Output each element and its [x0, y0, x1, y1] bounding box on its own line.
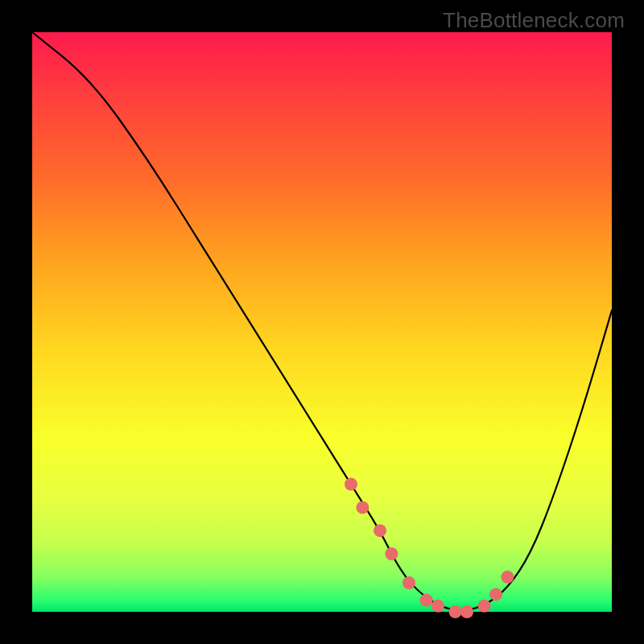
highlight-dot: [489, 588, 502, 601]
highlight-dots-group: [345, 478, 514, 618]
chart-frame: TheBottleneck.com: [0, 0, 644, 644]
highlight-dot: [431, 600, 444, 613]
highlight-dot: [385, 547, 398, 560]
highlight-dot: [501, 571, 514, 584]
highlight-dot: [449, 605, 462, 618]
bottleneck-curve-path: [32, 32, 612, 610]
highlight-dot: [420, 594, 433, 607]
highlight-dot: [478, 600, 491, 613]
curve-layer: [32, 32, 612, 612]
watermark-text: TheBottleneck.com: [443, 8, 625, 33]
highlight-dot: [356, 501, 369, 514]
highlight-dot: [460, 605, 473, 618]
highlight-dot: [374, 524, 386, 537]
highlight-dot: [402, 576, 415, 589]
highlight-dot: [345, 478, 357, 491]
